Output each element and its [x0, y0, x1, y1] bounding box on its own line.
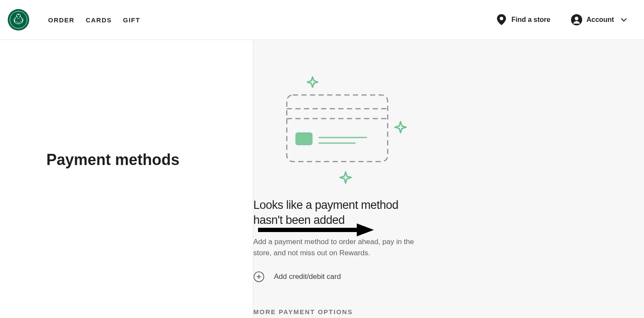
location-pin-icon: [497, 14, 506, 25]
add-card-button[interactable]: Add credit/debit card: [253, 271, 425, 282]
svg-rect-10: [295, 132, 313, 145]
annotation-arrow: [256, 223, 376, 241]
svg-rect-7: [287, 95, 388, 162]
account-menu[interactable]: Account: [571, 14, 627, 25]
page-title: Payment methods: [46, 151, 179, 169]
header-left: ORDER CARDS GIFT: [8, 9, 140, 31]
svg-point-0: [8, 9, 29, 31]
nav-order[interactable]: ORDER: [48, 16, 75, 24]
starbucks-logo[interactable]: [8, 9, 29, 31]
top-header: ORDER CARDS GIFT Find a store Account: [0, 0, 644, 40]
main-content: Payment methods Looks like a payment met…: [0, 40, 644, 318]
account-icon: [571, 14, 582, 25]
left-column: Payment methods: [0, 40, 253, 318]
empty-state: Looks like a payment method hasn't been …: [253, 198, 425, 318]
primary-nav: ORDER CARDS GIFT: [48, 16, 140, 24]
chevron-down-icon: [621, 18, 627, 22]
account-label: Account: [586, 16, 614, 24]
header-right: Find a store Account: [497, 14, 627, 25]
nav-gift[interactable]: GIFT: [123, 16, 140, 24]
svg-point-2: [17, 16, 18, 17]
find-store-label: Find a store: [511, 16, 550, 24]
plus-circle-icon: [253, 271, 264, 282]
card-illustration: [270, 74, 408, 186]
right-column: Looks like a payment method hasn't been …: [253, 40, 644, 318]
svg-point-6: [575, 17, 578, 20]
find-store-link[interactable]: Find a store: [497, 14, 550, 25]
more-options-heading: MORE PAYMENT OPTIONS: [253, 308, 425, 315]
nav-cards[interactable]: CARDS: [86, 16, 112, 24]
svg-point-3: [19, 16, 20, 17]
svg-point-4: [500, 17, 503, 20]
svg-marker-17: [357, 223, 374, 236]
add-card-label: Add credit/debit card: [274, 272, 341, 281]
